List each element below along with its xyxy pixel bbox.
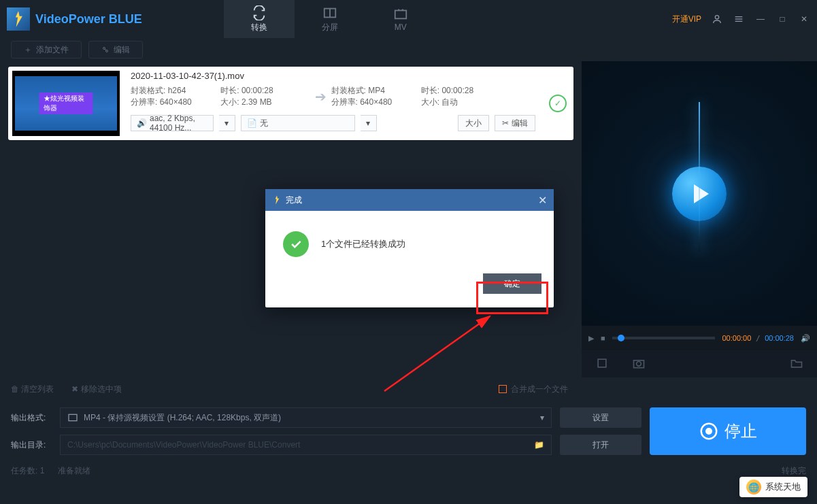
dialog-titlebar: 完成 ✕ <box>265 189 554 211</box>
dialog-close-button[interactable]: ✕ <box>538 194 547 207</box>
watermark: 🌐系统天地 <box>739 477 807 497</box>
dialog-message: 1个文件已经转换成功 <box>321 238 405 250</box>
annotation-highlight <box>476 282 548 314</box>
dialog-title: 完成 <box>286 195 302 206</box>
success-icon <box>283 231 309 257</box>
